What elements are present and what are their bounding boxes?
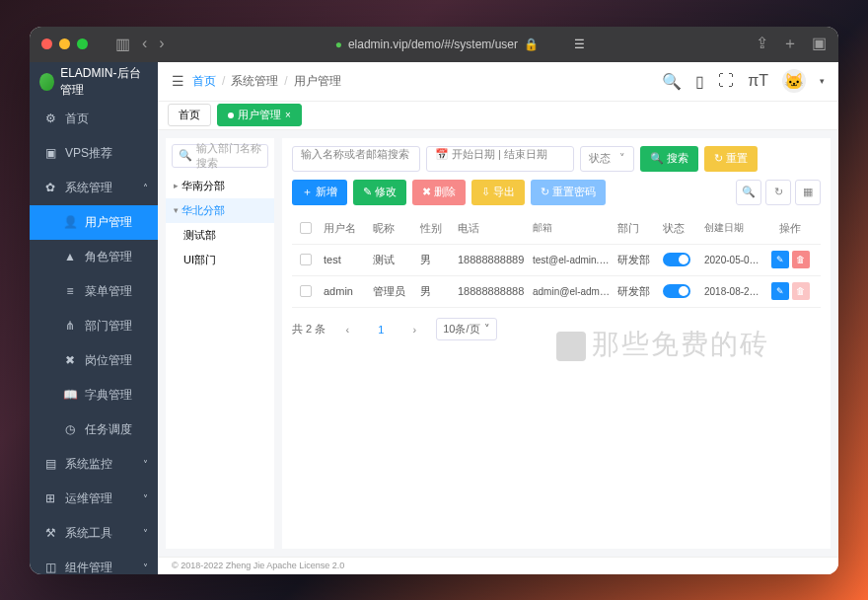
fullscreen-icon[interactable]: ⛶ — [718, 72, 734, 90]
state-switch[interactable] — [663, 253, 690, 266]
sidebar-item[interactable]: ⊞运维管理˅ — [30, 482, 158, 516]
reset-button[interactable]: ↻ 重置 — [704, 146, 758, 172]
url-text: eladmin.vip/demo/#/system/user — [348, 38, 518, 51]
hamburger-icon[interactable]: ☰ — [172, 73, 184, 89]
edit-button[interactable]: ✎ 修改 — [353, 180, 406, 205]
brand-text: ELADMIN-后台管理 — [60, 65, 148, 99]
lock-icon-2: 🔒 — [524, 38, 539, 51]
sidebar-item[interactable]: ⚙首页 — [30, 102, 158, 136]
th-mail: 邮箱 — [529, 215, 614, 241]
sidebar-item[interactable]: ✖岗位管理 — [30, 343, 158, 378]
search-button[interactable]: 🔍 搜索 — [640, 146, 698, 172]
th-user: 用户名 — [320, 215, 369, 242]
sidebar-item[interactable]: ▣VPS推荐 — [30, 136, 158, 171]
tabs-icon[interactable]: ▣ — [812, 34, 827, 54]
row-delete-icon[interactable]: 🗑 — [792, 251, 810, 268]
tab-home[interactable]: 首页 — [168, 104, 211, 126]
page-size-select[interactable]: 10条/页˅ — [436, 318, 496, 340]
date-range-input[interactable]: 📅 开始日期 | 结束日期 — [426, 146, 574, 172]
th-date: 创建日期 — [700, 215, 765, 241]
th-tel: 电话 — [454, 215, 529, 242]
calendar-icon: 📅 — [435, 148, 449, 160]
add-button[interactable]: ＋ 新增 — [292, 180, 347, 205]
tab-active-dot — [228, 112, 234, 118]
page-total: 共 2 条 — [292, 322, 326, 337]
lock-icon: ● — [335, 38, 342, 51]
sidebar-item[interactable]: ▤系统监控˅ — [30, 447, 158, 482]
top-nav: ☰ 首页 / 系统管理 / 用户管理 🔍 ▯ ⛶ πT 🐱 ▾ — [158, 62, 838, 102]
footer-copyright: © 2018-2022 Zheng Jie Apache License 2.0 — [158, 557, 838, 574]
select-all-checkbox[interactable] — [300, 222, 312, 234]
delete-button[interactable]: ✖ 删除 — [412, 180, 466, 205]
user-table: 用户名 昵称 性别 电话 邮箱 部门 状态 创建日期 操作 test测试男188… — [292, 213, 821, 308]
share-icon[interactable]: ⇪ — [756, 34, 768, 54]
sidebar-item[interactable]: 👤用户管理 — [30, 205, 158, 240]
page-prev[interactable]: ‹ — [335, 318, 359, 341]
sidebar-item[interactable]: 📖字典管理 — [30, 378, 158, 412]
search-icon-small: 🔍 — [179, 149, 192, 162]
row-edit-icon[interactable]: ✎ — [771, 251, 789, 268]
tree-search-input[interactable]: 🔍 输入部门名称搜索 — [172, 144, 268, 168]
sidebar-item[interactable]: ◫组件管理˅ — [30, 551, 158, 574]
sidebar-item[interactable]: ⚒系统工具˅ — [30, 516, 158, 551]
bc-p2: 用户管理 — [294, 73, 341, 90]
bc-home[interactable]: 首页 — [192, 73, 216, 90]
avatar[interactable]: 🐱 — [782, 69, 806, 93]
tree-node[interactable]: ▸华南分部 — [166, 174, 274, 198]
forward-icon[interactable]: › — [159, 35, 164, 53]
reader-icon[interactable]: ☰ — [574, 38, 585, 51]
sidebar-item[interactable]: ◷任务调度 — [30, 412, 158, 447]
sidebar: ELADMIN-后台管理 ⚙首页▣VPS推荐✿系统管理˄👤用户管理▲角色管理≡菜… — [30, 62, 158, 574]
fontsize-icon[interactable]: πT — [748, 72, 768, 90]
state-switch[interactable] — [663, 284, 690, 298]
th-dept: 部门 — [614, 215, 659, 242]
table-row: test测试男18888888889test@el-admin.vip研发部20… — [292, 245, 821, 276]
tab-close-icon[interactable]: × — [285, 110, 291, 120]
tree-node[interactable]: UI部门 — [166, 248, 274, 272]
back-icon[interactable]: ‹ — [142, 35, 147, 53]
sidebar-item[interactable]: ▲角色管理 — [30, 240, 158, 274]
brand[interactable]: ELADMIN-后台管理 — [30, 62, 158, 102]
tool-search-icon[interactable]: 🔍 — [736, 180, 761, 205]
page-current[interactable]: 1 — [369, 318, 393, 341]
sidebar-item[interactable]: ✿系统管理˄ — [30, 171, 158, 205]
docs-icon[interactable]: ▯ — [695, 72, 704, 91]
tab-users-label: 用户管理 — [238, 108, 281, 122]
minimize-dot[interactable] — [59, 38, 70, 49]
caret-icon[interactable]: ▾ — [820, 76, 825, 86]
new-tab-icon[interactable]: ＋ — [782, 34, 798, 54]
window-controls[interactable] — [41, 38, 88, 49]
th-state: 状态 — [659, 215, 700, 242]
logo-icon — [39, 73, 54, 91]
export-button[interactable]: ⇩ 导出 — [471, 180, 525, 205]
tool-columns-icon[interactable]: ▦ — [795, 180, 821, 205]
tree-node[interactable]: 测试部 — [166, 223, 274, 248]
tab-users[interactable]: 用户管理 × — [217, 104, 302, 126]
dept-tree: 🔍 输入部门名称搜索 ▸华南分部▾华北分部测试部UI部门 — [166, 138, 274, 549]
sidebar-item[interactable]: ⋔部门管理 — [30, 309, 158, 343]
tab-home-label: 首页 — [179, 108, 200, 122]
state-select[interactable]: 状态˅ — [580, 146, 634, 172]
pagination: 共 2 条 ‹ 1 › 10条/页˅ — [292, 318, 821, 341]
row-checkbox[interactable] — [300, 254, 312, 265]
browser-titlebar: ▥ ‹ › ● eladmin.vip/demo/#/system/user 🔒… — [30, 27, 838, 62]
row-edit-icon[interactable]: ✎ — [771, 282, 789, 300]
sidebar-toggle-icon[interactable]: ▥ — [115, 35, 130, 53]
close-dot[interactable] — [41, 38, 52, 49]
tool-refresh-icon[interactable]: ↻ — [765, 180, 791, 205]
url-bar[interactable]: ● eladmin.vip/demo/#/system/user 🔒 ☰ — [173, 38, 748, 51]
th-sex: 性别 — [416, 215, 454, 242]
page-next[interactable]: › — [402, 318, 426, 341]
maximize-dot[interactable] — [77, 38, 88, 49]
row-checkbox[interactable] — [300, 285, 312, 297]
resetpwd-button[interactable]: ↻ 重置密码 — [531, 180, 606, 205]
th-op: 操作 — [765, 215, 815, 242]
row-delete-icon[interactable]: 🗑 — [792, 282, 810, 300]
sidebar-item[interactable]: ≡菜单管理 — [30, 274, 158, 309]
th-nick: 昵称 — [369, 215, 416, 242]
tree-node[interactable]: ▾华北分部 — [166, 198, 274, 223]
name-filter-input[interactable]: 输入名称或者邮箱搜索 — [292, 146, 420, 172]
breadcrumb: 首页 / 系统管理 / 用户管理 — [192, 73, 341, 90]
search-icon[interactable]: 🔍 — [662, 72, 682, 91]
tabs-bar: 首页 用户管理 × — [158, 102, 838, 130]
